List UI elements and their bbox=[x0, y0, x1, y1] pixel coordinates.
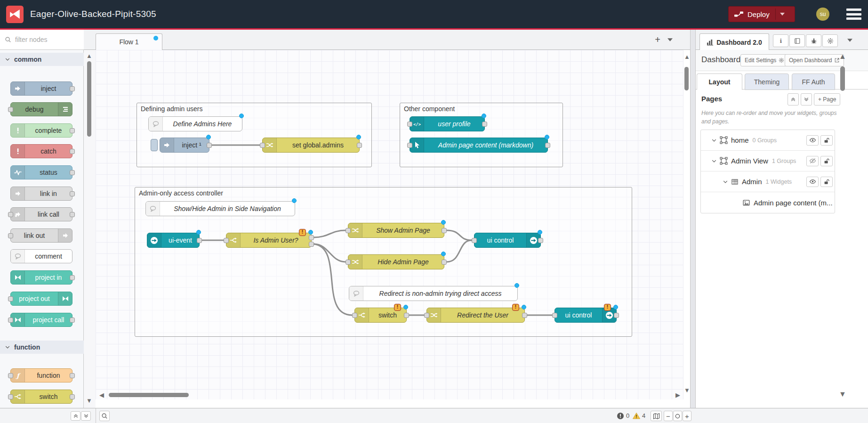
help-tab-button[interactable] bbox=[789, 34, 805, 47]
output-port[interactable] bbox=[70, 275, 75, 280]
palette-node-function[interactable]: ƒ function bbox=[10, 368, 72, 382]
tab-ff-auth[interactable]: FF Auth bbox=[792, 73, 835, 90]
change-node-set-admins[interactable]: set global.admins bbox=[262, 138, 360, 153]
output-port-1[interactable] bbox=[309, 235, 314, 240]
chevron-down-icon[interactable] bbox=[711, 138, 717, 143]
output-port-2[interactable] bbox=[309, 242, 314, 247]
input-port[interactable] bbox=[8, 373, 13, 378]
output-port[interactable] bbox=[404, 313, 409, 318]
main-menu-icon[interactable] bbox=[846, 8, 861, 20]
input-port[interactable] bbox=[8, 233, 13, 238]
output-port[interactable] bbox=[545, 143, 550, 148]
input-port[interactable] bbox=[352, 313, 357, 318]
canvas-hscroll-thumb[interactable] bbox=[109, 393, 189, 397]
input-port[interactable] bbox=[407, 122, 412, 127]
palette-node-project-out[interactable]: project out bbox=[10, 292, 72, 306]
ui-control-node-top[interactable]: ui control bbox=[474, 233, 541, 248]
info-tab-button[interactable]: i bbox=[773, 34, 788, 47]
palette-node-inject[interactable]: inject bbox=[10, 81, 72, 96]
chevron-down-icon[interactable] bbox=[723, 179, 728, 185]
tree-item-admin-view[interactable]: Admin View 1 Groups bbox=[701, 151, 835, 171]
inject-trigger-button[interactable] bbox=[151, 139, 158, 151]
palette-category-common[interactable]: common bbox=[0, 53, 84, 66]
input-port[interactable] bbox=[346, 228, 351, 233]
collapse-all-button[interactable] bbox=[788, 93, 799, 106]
output-port[interactable] bbox=[70, 317, 75, 323]
output-port[interactable] bbox=[70, 212, 75, 217]
navigator-toggle-button[interactable] bbox=[651, 411, 662, 421]
scroll-up-icon[interactable]: ▲ bbox=[86, 53, 92, 59]
ui-control-node-bottom[interactable]: ui control ! bbox=[555, 308, 617, 323]
tree-item-home[interactable]: home 0 Groups bbox=[701, 130, 835, 151]
visibility-button[interactable] bbox=[806, 177, 819, 187]
palette-node-complete[interactable]: complete bbox=[10, 123, 72, 138]
output-port[interactable] bbox=[70, 128, 75, 133]
visibility-button[interactable] bbox=[806, 156, 819, 166]
output-port[interactable] bbox=[197, 238, 202, 243]
output-port[interactable] bbox=[442, 260, 447, 265]
output-port[interactable] bbox=[207, 143, 212, 148]
scroll-up-icon[interactable]: ▲ bbox=[839, 53, 846, 60]
zoom-out-button[interactable]: − bbox=[664, 411, 673, 421]
output-port[interactable] bbox=[70, 191, 75, 196]
palette-node-link-out[interactable]: link out bbox=[10, 228, 72, 243]
palette-node-link-in[interactable]: link in bbox=[10, 187, 72, 201]
output-port[interactable] bbox=[70, 86, 75, 91]
deploy-button[interactable]: Deploy bbox=[728, 6, 795, 22]
output-port[interactable] bbox=[70, 394, 75, 399]
output-port[interactable] bbox=[442, 228, 447, 233]
sidebar-tabs-dropdown-icon[interactable] bbox=[847, 39, 852, 42]
change-node-hide-admin[interactable]: Hide Admin Page bbox=[348, 254, 444, 269]
markdown-node-admin-content[interactable]: Admin page content (markdown) bbox=[410, 138, 548, 153]
input-port[interactable] bbox=[8, 107, 13, 112]
change-node-show-admin[interactable]: Show Admin Page bbox=[348, 223, 444, 238]
ui-event-node[interactable]: ui-event bbox=[147, 233, 200, 248]
output-port[interactable] bbox=[70, 149, 75, 154]
scroll-down-icon[interactable]: ▼ bbox=[839, 390, 846, 398]
output-port[interactable] bbox=[357, 143, 362, 148]
input-port[interactable] bbox=[260, 143, 265, 148]
comment-node-showhide-admin[interactable]: Show/Hide Admin in Side Navigation bbox=[145, 201, 295, 216]
lock-button[interactable] bbox=[820, 156, 833, 166]
expand-all-button[interactable] bbox=[801, 93, 812, 106]
input-port[interactable] bbox=[8, 296, 13, 301]
input-port[interactable] bbox=[407, 143, 412, 148]
comment-node-redirect[interactable]: Redirect is non-admin trying direct acce… bbox=[349, 286, 518, 301]
output-port[interactable] bbox=[70, 170, 75, 175]
open-dashboard-button[interactable]: Open Dashboard bbox=[785, 54, 844, 66]
input-port[interactable] bbox=[224, 238, 229, 243]
tab-dashboard-2[interactable]: Dashboard 2.0 bbox=[699, 33, 769, 50]
zoom-reset-button[interactable] bbox=[673, 411, 682, 421]
output-port[interactable] bbox=[614, 313, 619, 318]
input-port[interactable] bbox=[552, 313, 557, 318]
comment-node-define-admins[interactable]: Define Admins Here bbox=[148, 116, 242, 131]
zoom-in-button[interactable]: + bbox=[683, 411, 691, 421]
scroll-right-icon[interactable]: ▶ bbox=[675, 392, 680, 398]
output-port[interactable] bbox=[70, 373, 75, 378]
palette-node-project-call[interactable]: project call bbox=[10, 313, 72, 327]
flow-list-dropdown-icon[interactable] bbox=[667, 38, 673, 41]
tree-item-admin-group[interactable]: Admin 1 Widgets bbox=[701, 171, 835, 192]
palette-node-project-in[interactable]: project in bbox=[10, 270, 72, 285]
switch-node-bottom[interactable]: switch ! bbox=[354, 308, 407, 323]
canvas-vscroll-thumb[interactable] bbox=[684, 67, 689, 90]
palette-node-switch[interactable]: switch bbox=[10, 390, 72, 404]
palette-node-status[interactable]: status bbox=[10, 165, 72, 179]
output-port[interactable] bbox=[522, 313, 527, 318]
tab-theming[interactable]: Theming bbox=[745, 73, 789, 90]
palette-node-debug[interactable]: debug bbox=[10, 102, 72, 116]
tab-layout[interactable]: Layout bbox=[697, 73, 742, 90]
config-tab-button[interactable] bbox=[822, 34, 838, 47]
sidebar-splitter[interactable] bbox=[690, 30, 696, 423]
scroll-down-icon[interactable]: ▼ bbox=[684, 387, 690, 393]
visibility-button[interactable] bbox=[806, 135, 819, 146]
template-node-user-profile[interactable]: </> user profile bbox=[410, 116, 485, 131]
scroll-down-icon[interactable]: ▼ bbox=[86, 398, 92, 404]
palette-node-comment[interactable]: comment bbox=[10, 249, 72, 263]
palette-scroll-thumb[interactable] bbox=[87, 61, 91, 137]
canvas-search-button[interactable] bbox=[99, 411, 110, 421]
edit-settings-button[interactable]: Edit Settings bbox=[740, 54, 788, 66]
tree-item-admin-page-content[interactable]: Admin page content (m... bbox=[701, 192, 835, 213]
palette-node-catch[interactable]: catch bbox=[10, 144, 72, 158]
chevron-down-icon[interactable] bbox=[711, 158, 717, 164]
